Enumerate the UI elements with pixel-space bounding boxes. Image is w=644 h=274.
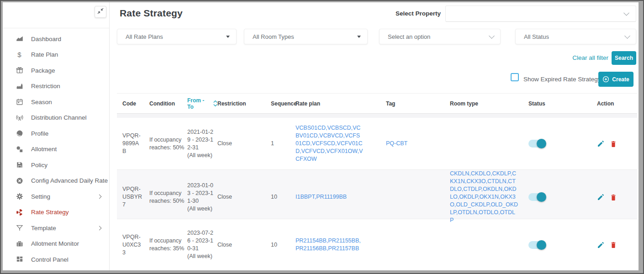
sidebar-item-distribution-channel[interactable]: Distribution Channel [3, 110, 109, 126]
edit-pencil-icon[interactable] [597, 140, 605, 148]
cell-action [574, 193, 637, 201]
chevron-down-icon [489, 33, 495, 39]
cell-sequence: 10 [271, 193, 296, 201]
shapes-icon [16, 145, 23, 153]
cell-action [574, 241, 637, 249]
sidebar-item-control-panel[interactable]: Control Panel [3, 252, 109, 268]
filters-row: All Rate Plans All Room Types Select an … [110, 29, 639, 44]
sidebar-item-allotment-monitor[interactable]: Allotment Monitor [3, 236, 109, 252]
sidebar-item-dashboard[interactable]: Dashboard [3, 31, 109, 47]
window-frame: Dashboard $ Rate Plan Package Restrictio… [0, 0, 644, 274]
property-select-row: Select Property [110, 5, 636, 22]
column-header-from-to[interactable]: From - To [187, 97, 217, 110]
cell-restriction: Close [217, 241, 271, 249]
save-icon [16, 161, 23, 169]
delete-trash-icon[interactable] [610, 194, 617, 201]
sidebar-item-rate-plan[interactable]: $ Rate Plan [3, 47, 109, 63]
caret-down-icon [226, 36, 230, 38]
create-button-label: Create [612, 76, 629, 83]
tag-link[interactable]: PQ-CBT [386, 140, 450, 148]
search-button[interactable]: Search [612, 51, 636, 65]
column-header-room-type: Room type [450, 100, 523, 107]
status-dropdown-value: All Status [524, 33, 549, 40]
column-header-action: Action [574, 100, 637, 107]
cell-code: VPQR-U0XC33 [117, 233, 149, 257]
briefcase-icon [16, 240, 23, 248]
rate-plans-dropdown[interactable]: All Rate Plans [117, 29, 237, 44]
sidebar-item-label: Policy [31, 162, 103, 169]
sidebar-item-label: Control Panel [31, 256, 103, 263]
sidebar-item-label: Dashboard [31, 36, 103, 42]
rate-plan-link[interactable]: I1BBPT,PR11199BB [296, 193, 363, 201]
delete-trash-icon[interactable] [610, 140, 617, 148]
sidebar-item-restriction[interactable]: Restriction [3, 79, 109, 95]
create-button[interactable]: Create [598, 72, 633, 87]
cell-sequence: 10 [271, 241, 296, 249]
sidebar-item-label: Setting [31, 193, 98, 200]
status-toggle[interactable] [528, 140, 545, 148]
cell-rate-plan: VCBS01CD,VCBSCD,VCBV01CD,VCBVCD,VCFS01CD… [296, 124, 386, 163]
property-select[interactable] [445, 5, 636, 22]
sidebar-item-policy[interactable]: Policy [3, 157, 109, 173]
status-dropdown[interactable]: All Status [515, 29, 636, 44]
sidebar-item-label: Allotment Monitor [31, 240, 103, 247]
globe-icon [16, 130, 23, 137]
cell-status [523, 193, 574, 201]
app-screen: Dashboard $ Rate Plan Package Restrictio… [3, 2, 639, 270]
sidebar-item-allotment[interactable]: Allotment [3, 142, 109, 158]
table-row: VPQR-USBYR7 If occupancy reaches: 50% 20… [117, 170, 637, 219]
delete-trash-icon[interactable] [610, 241, 617, 248]
cell-code: VPQR-9899AB [117, 132, 149, 155]
circle-x-icon [16, 177, 23, 184]
sort-icon[interactable] [213, 100, 217, 107]
sidebar-item-template[interactable]: Template [3, 220, 109, 236]
rate-plan-link[interactable]: VCBS01CD,VCBSCD,VCBV01CD,VCBVCD,VCFS01CD… [296, 124, 363, 163]
cell-code: VPQR-USBYR7 [117, 185, 149, 209]
funnel-icon [16, 224, 23, 232]
dashboard-chart-icon [16, 35, 23, 43]
rate-plans-dropdown-value: All Rate Plans [126, 33, 163, 40]
option-dropdown[interactable]: Select an option [379, 29, 501, 44]
cell-sequence: 1 [271, 140, 296, 148]
cell-from-to: 2021-01-29 - 2023-12-31(All week) [187, 128, 217, 159]
sidebar-item-setting[interactable]: Setting [3, 189, 109, 205]
edit-pencil-icon[interactable] [597, 241, 605, 249]
status-toggle[interactable] [528, 193, 545, 201]
sidebar-item-season[interactable]: Season [3, 94, 109, 110]
factory-icon [16, 82, 23, 90]
column-header-restriction: Restriction [217, 100, 271, 107]
status-toggle[interactable] [528, 241, 545, 249]
cell-action [574, 140, 637, 148]
sidebar-item-rate-strategy[interactable]: Rate Strategy [3, 205, 109, 221]
toggle-knob [537, 139, 546, 148]
show-expired-checkbox[interactable] [511, 73, 519, 81]
rate-plan-link[interactable]: PR21154BB,PR21155BB,PR21156BB,PR21157BB [296, 237, 363, 253]
table-header-row: Code Condition From - To Restriction Seq… [117, 94, 637, 114]
sidebar-item-label: Package [31, 67, 103, 74]
sidebar-item-label: Distribution Channel [31, 114, 103, 121]
main-content: Rate Strategy Select Property All Rate P… [110, 2, 639, 270]
sidebar-item-label: Allotment [31, 146, 103, 153]
antenna-icon [16, 114, 23, 121]
sidebar-collapse-button[interactable] [95, 6, 106, 18]
room-type-link[interactable]: CKDLN,CKDLO,CKDLP,CKX1N,CKX3O,CTDLN,CTDL… [450, 170, 518, 224]
sidebar: Dashboard $ Rate Plan Package Restrictio… [3, 2, 110, 270]
toggle-knob [537, 240, 546, 250]
sidebar-item-profile[interactable]: Profile [3, 126, 109, 142]
collapse-arrows-icon [97, 8, 104, 16]
column-header-rate-plan: Rate plan [296, 100, 386, 107]
cell-status [523, 241, 574, 249]
cell-restriction: Close [217, 193, 271, 201]
clear-all-filter-link[interactable]: Clear all filter [572, 51, 608, 65]
chevron-down-icon [623, 10, 629, 16]
cell-restriction: Close [217, 140, 271, 148]
cell-room-type: CKDLN,CKDLO,CKDLP,CKX1N,CKX3O,CTDLN,CTDL… [450, 170, 523, 224]
chevron-right-icon [97, 226, 102, 230]
cell-condition: If occupancy reaches: 35% [149, 237, 187, 253]
sidebar-item-label: Restriction [31, 83, 103, 90]
edit-pencil-icon[interactable] [597, 193, 605, 201]
sidebar-item-package[interactable]: Package [3, 63, 109, 79]
room-types-dropdown[interactable]: All Room Types [244, 29, 368, 44]
sidebar-item-config-advanced-daily-rate[interactable]: Config Advanced Daily Rate [3, 173, 109, 189]
gift-icon [16, 67, 23, 74]
